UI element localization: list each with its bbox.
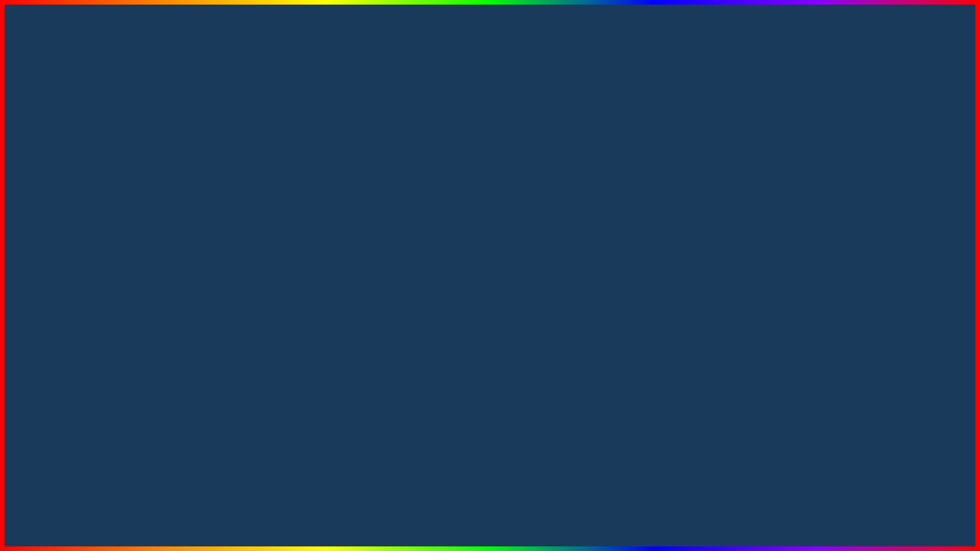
- auto-click-left: ▶ Auto Click Press 'J' to toggle: [449, 370, 580, 381]
- egg-farm-item[interactable]: Egg Farm +: [350, 242, 538, 266]
- egg-farm-dot: [358, 251, 364, 257]
- pastebin-text: PASTEBIN: [644, 486, 911, 540]
- logo-text: MAX SPEED: [916, 13, 963, 45]
- thumbnail-lines: [936, 362, 962, 372]
- copy-script-label: Click To Copy Script Link: [465, 412, 567, 423]
- sidebar-item-farm[interactable]: ▤ Farm Section: [243, 246, 341, 269]
- sidebar-item-label: Player Section: [266, 229, 325, 240]
- instant-wins-left: ▶ Instant Wins Race: [449, 347, 539, 357]
- game-thumbnail: MAX SPEED 🏃💨: [842, 356, 969, 482]
- copy-script-menu-icon[interactable]: ⋮: [680, 412, 691, 424]
- thumbnail-inner: MAX SPEED 🏃💨: [844, 358, 966, 480]
- logo-speed: SPEED: [916, 29, 963, 44]
- sidebar-item-label: Egg Section: [266, 275, 315, 285]
- popup-tabs: Main: [442, 299, 699, 318]
- copy-script-icon: ▶: [449, 412, 460, 423]
- sidebar-item-settings[interactable]: ⚙ Settings: [243, 292, 341, 315]
- sidebar: ▤ Player Section ▤ Farm Section ▤ Egg Se…: [243, 219, 342, 371]
- auto-click-icon: ▶: [449, 370, 460, 381]
- farm-trophies-left: Farm Trophies: [358, 317, 427, 328]
- logo-top-right: MAX SPEED: [874, 8, 972, 51]
- script-text: SCRIPT: [439, 486, 636, 540]
- instant-wins-label: Instant Wins Race: [465, 347, 539, 357]
- egg-icon: ▤: [250, 275, 261, 285]
- activate-farm-left: Activate Farm: [358, 276, 425, 287]
- instant-wins-icon: ▶: [449, 347, 460, 357]
- thumbnail-logo: MAX SPEED: [877, 379, 934, 419]
- anti-afk-label: Anti-AFK: [368, 343, 405, 354]
- popup-close-button[interactable]: ×: [678, 280, 691, 294]
- anti-afk-left: Anti-AFK: [358, 343, 405, 354]
- instant-wins-item[interactable]: ▶ Instant Wins Race ⋮: [442, 341, 699, 364]
- auto-click-label: Auto Click Press 'J' to toggle: [465, 370, 580, 381]
- tab-main[interactable]: Main: [442, 299, 492, 318]
- player-icon: ▤: [250, 229, 261, 240]
- main-title: MAX SPEED: [0, 15, 980, 107]
- sidebar-item-label: Farm Section: [266, 252, 320, 262]
- bottom-title-bar: AUTO FARM SCRIPT PASTEBIN: [0, 482, 980, 543]
- anti-afk-dot: [358, 345, 364, 351]
- activate-dot: [358, 279, 364, 285]
- main-panel-header: Max Speds Signed By Maxeyy: [243, 181, 546, 219]
- farm-trophies-dot: [358, 319, 364, 325]
- auto-farm-text: AUTO FARM: [69, 482, 432, 543]
- egg-farm-left: Egg Farm: [358, 249, 409, 259]
- farm-icon: ▤: [250, 252, 261, 262]
- copy-script-item[interactable]: ▶ Click To Copy Script Link ⋮: [442, 406, 699, 430]
- panel-subtitle: Signed By Maxeyy: [253, 201, 535, 210]
- server-hop-header: Server Hop: [442, 388, 699, 406]
- add-egg-farm-button[interactable]: +: [524, 247, 531, 261]
- update-popup: Max Speed UPDATE! × Main Auto Farm ▶ Ins…: [440, 274, 701, 435]
- auto-click-menu-icon[interactable]: ⋮: [680, 370, 691, 382]
- instant-wins-menu-icon[interactable]: ⋮: [680, 346, 691, 358]
- thumbnail-max: MAX: [877, 379, 914, 398]
- auto-click-item[interactable]: ▶ Auto Click Press 'J' to toggle ⋮: [442, 364, 699, 388]
- sidebar-item-egg[interactable]: ▤ Egg Section: [243, 269, 341, 292]
- activate-farm-label: Activate Farm: [368, 276, 425, 287]
- popup-header: Max Speed UPDATE! ×: [442, 276, 699, 299]
- popup-body: Auto Farm ▶ Instant Wins Race ⋮ ▶ Auto C…: [442, 318, 699, 434]
- popup-title: Max Speed UPDATE!: [449, 282, 547, 293]
- sidebar-item-player[interactable]: ▤ Player Section: [243, 223, 341, 246]
- settings-icon: ⚙: [250, 298, 261, 308]
- egg-farm-label: Egg Farm: [368, 249, 409, 259]
- logo-max: MAX: [916, 13, 947, 28]
- panel-title: Max Speds: [253, 189, 535, 201]
- logo-lines: [883, 24, 913, 34]
- auto-farm-header: Auto Farm: [442, 322, 699, 341]
- copy-script-left: ▶ Click To Copy Script Link: [449, 412, 567, 423]
- sidebar-item-label: Settings: [266, 298, 299, 308]
- thumbnail-character: 🏃💨: [858, 415, 953, 459]
- farm-trophies-label: Farm Trophies: [368, 317, 427, 328]
- section1-label: Eggs: [350, 227, 538, 236]
